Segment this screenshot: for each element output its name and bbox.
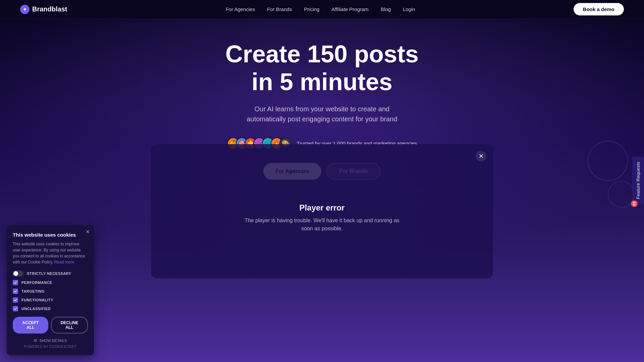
hero-title-line2: in 5 minutes [252, 68, 392, 95]
feature-requests-sidebar: 10 Feature Requests [632, 156, 644, 205]
checkmark-icon [14, 281, 17, 284]
cookie-close-button[interactable]: ✕ [86, 229, 90, 235]
logo[interactable]: ✦ Brandblast [20, 5, 67, 14]
cookie-checkbox-targeting[interactable] [13, 289, 18, 294]
decor-circle-2 [608, 181, 635, 208]
hero-title: Create 150 posts in 5 minutes [225, 40, 419, 96]
cookie-action-buttons: ACCEPT ALL DECLINE ALL [13, 317, 88, 334]
accept-all-button[interactable]: ACCEPT ALL [13, 317, 48, 334]
cookie-options: STRICTLY NECESSARY PERFORMANCE TARGETING [13, 270, 88, 311]
cookie-read-more-link[interactable]: Read more [54, 260, 74, 264]
hero-title-line1: Create 150 posts [225, 41, 419, 67]
book-demo-button[interactable]: Book a demo [574, 3, 624, 15]
cookie-option-performance: PERFORMANCE [13, 280, 88, 285]
cookie-option-unclassified: UNCLASSIFIED [13, 306, 88, 311]
nav-for-agencies[interactable]: For Agencies [226, 6, 255, 12]
cookie-toggle-strictly-necessary [13, 270, 23, 277]
video-error-title: Player error [300, 203, 345, 213]
cookie-footer: ⚙ SHOW DETAILS [13, 338, 88, 343]
cookie-checkbox-unclassified[interactable] [13, 306, 18, 311]
video-overlay: ✕ Player error The player is having trou… [151, 144, 493, 278]
cookie-checkbox-performance[interactable] [13, 280, 18, 285]
logo-icon: ✦ [20, 5, 30, 14]
cookie-label-targeting: TARGETING [21, 289, 44, 293]
nav-affiliate-program[interactable]: Affiliate Program [331, 6, 369, 12]
cookie-powered-by: POWERED BY COOKIESCRIPT [13, 345, 88, 349]
hero-subtitle: Our AI learns from your website to creat… [235, 104, 409, 124]
cookie-description: This website uses cookies to improve use… [13, 241, 88, 265]
checkmark-icon [14, 290, 17, 293]
video-close-button[interactable]: ✕ [476, 151, 486, 162]
cookie-label-functionality: FUNCTIONALITY [21, 298, 53, 302]
cookie-label-unclassified: UNCLASSIFIED [21, 307, 51, 311]
nav-right: Book a demo [574, 3, 624, 15]
cookie-option-functionality: FUNCTIONALITY [13, 297, 88, 303]
nav-login[interactable]: Login [403, 6, 415, 12]
navbar: ✦ Brandblast For Agencies For Brands Pri… [0, 0, 644, 19]
cookie-label-performance: PERFORMANCE [21, 281, 52, 285]
cookie-banner: ✕ This website uses cookies This website… [7, 225, 94, 355]
cookie-title: This website uses cookies [13, 232, 88, 238]
video-error-text: The player is having trouble. We'll have… [238, 217, 406, 233]
feature-requests-button[interactable]: 10 Feature Requests [632, 156, 644, 204]
nav-blog[interactable]: Blog [381, 6, 391, 12]
nav-pricing[interactable]: Pricing [304, 6, 319, 12]
feature-requests-badge: 10 [631, 200, 638, 207]
nav-for-brands[interactable]: For Brands [267, 6, 292, 12]
cookie-checkbox-functionality[interactable] [13, 297, 18, 303]
cookie-option-strictly-necessary: STRICTLY NECESSARY [13, 270, 88, 277]
decline-all-button[interactable]: DECLINE ALL [51, 317, 88, 334]
hero-section: Create 150 posts in 5 minutes Our AI lea… [0, 0, 644, 362]
show-details-label: SHOW DETAILS [39, 339, 67, 343]
decor-circle-1 [588, 141, 628, 181]
logo-text: Brandblast [32, 5, 67, 13]
checkmark-icon [14, 298, 17, 302]
cookie-option-targeting: TARGETING [13, 289, 88, 294]
cookie-label-strictly-necessary: STRICTLY NECESSARY [27, 272, 71, 276]
show-details-button[interactable]: ⚙ SHOW DETAILS [34, 338, 67, 343]
nav-links: For Agencies For Brands Pricing Affiliat… [226, 6, 415, 12]
checkmark-icon [14, 307, 17, 310]
feature-requests-label: Feature Requests [636, 162, 641, 199]
gear-icon: ⚙ [34, 338, 37, 343]
